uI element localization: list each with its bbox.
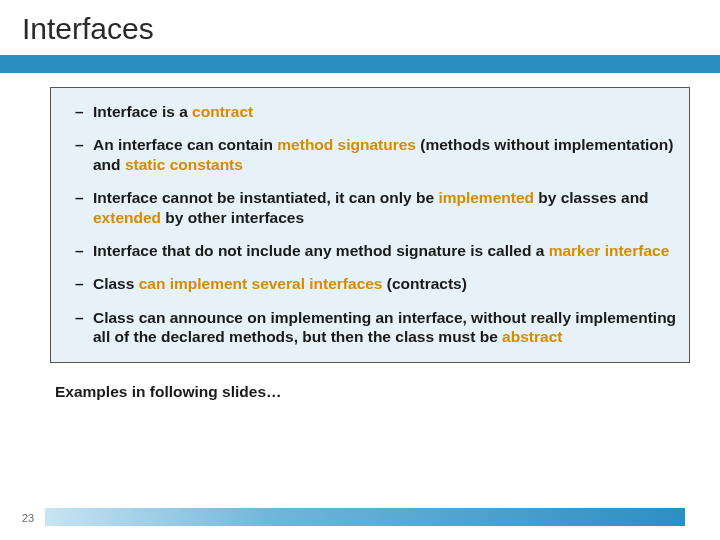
title-bar: Interfaces — [0, 0, 720, 55]
list-item: – Interface is a contract — [75, 102, 677, 121]
bullet-text: Interface that do not include any method… — [93, 241, 677, 260]
footer-note: Examples in following slides… — [55, 383, 720, 401]
dash-icon: – — [75, 102, 93, 121]
bullet-text: An interface can contain method signatur… — [93, 135, 677, 174]
dash-icon: – — [75, 308, 93, 327]
list-item: – Class can announce on implementing an … — [75, 308, 677, 347]
slide-title: Interfaces — [22, 12, 698, 46]
dash-icon: – — [75, 188, 93, 207]
dash-icon: – — [75, 274, 93, 293]
bullet-text: Interface is a contract — [93, 102, 677, 121]
footer-accent-band — [45, 508, 685, 526]
list-item: – Interface cannot be instantiated, it c… — [75, 188, 677, 227]
dash-icon: – — [75, 135, 93, 154]
page-number: 23 — [22, 512, 34, 524]
content-box: – Interface is a contract – An interface… — [50, 87, 690, 363]
list-item: – Interface that do not include any meth… — [75, 241, 677, 260]
bullet-text: Class can implement several interfaces (… — [93, 274, 677, 293]
header-accent-band — [0, 55, 720, 73]
list-item: – Class can implement several interfaces… — [75, 274, 677, 293]
bullet-text: Interface cannot be instantiated, it can… — [93, 188, 677, 227]
bullet-text: Class can announce on implementing an in… — [93, 308, 677, 347]
dash-icon: – — [75, 241, 93, 260]
list-item: – An interface can contain method signat… — [75, 135, 677, 174]
